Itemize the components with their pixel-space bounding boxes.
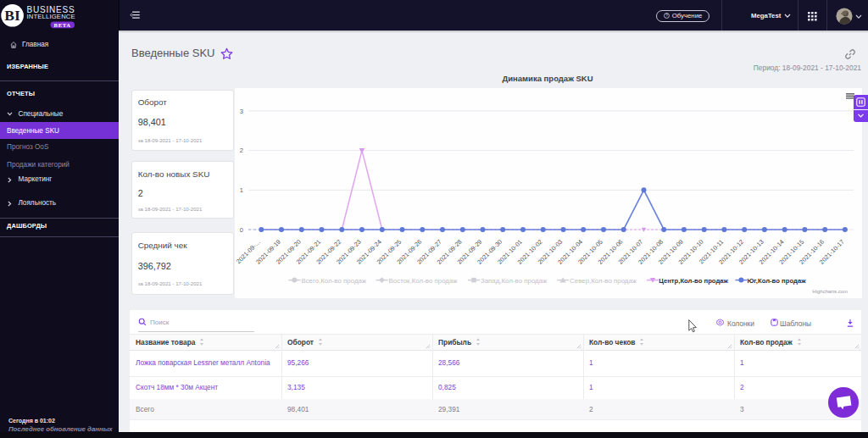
svg-text:2: 2 <box>240 147 243 154</box>
svg-text:Центр,Кол-во продаж: Центр,Кол-во продаж <box>659 277 728 285</box>
svg-text:Запад,Кол-во продаж: Запад,Кол-во продаж <box>481 277 548 285</box>
svg-text:Highcharts.com: Highcharts.com <box>812 289 848 294</box>
svg-text:Север,Кол-во продаж: Север,Кол-во продаж <box>570 277 637 285</box>
svg-text:Юг,Кол-во продаж: Юг,Кол-во продаж <box>747 277 806 285</box>
svg-text:?: ? <box>665 14 668 19</box>
svg-text:INTELLIGENCE: INTELLIGENCE <box>27 13 75 20</box>
svg-text:BETA: BETA <box>54 22 71 28</box>
svg-text:0: 0 <box>240 226 243 234</box>
svg-text:1: 1 <box>240 186 243 194</box>
svg-text:Всего,Кол-во продаж: Всего,Кол-во продаж <box>301 277 366 285</box>
svg-text:Восток,Кол-во продаж: Восток,Кол-во продаж <box>389 277 459 285</box>
svg-text:BI: BI <box>4 7 20 24</box>
svg-text:3: 3 <box>240 108 243 115</box>
